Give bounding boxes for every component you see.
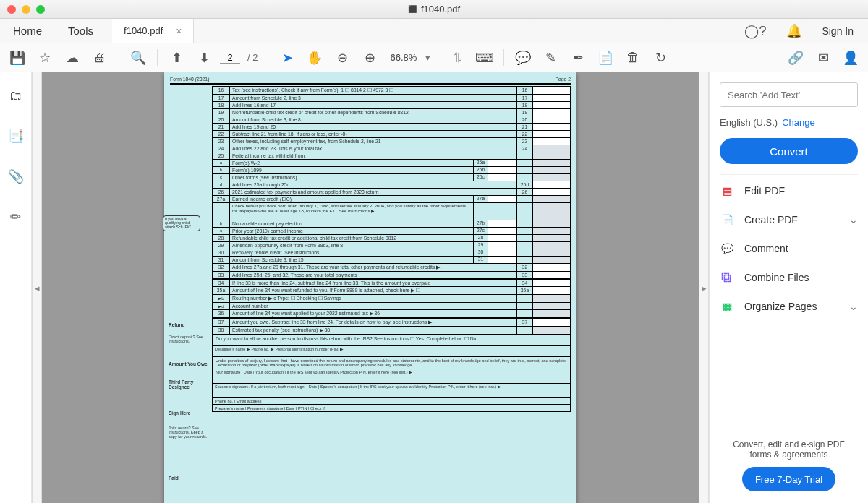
attachments-icon[interactable]: 📎: [4, 165, 27, 188]
pointer-icon[interactable]: ➤: [276, 46, 299, 69]
search-input[interactable]: [720, 82, 858, 107]
third-party-row: Designee's name ▶ Phone no. ▶ Personal i…: [213, 346, 570, 356]
minimize-window-icon[interactable]: [22, 5, 30, 14]
document-canvas[interactable]: Form 1040 (2021) Page 2 If you have a qu…: [42, 72, 699, 503]
comment-item[interactable]: 💬Comment: [720, 241, 858, 256]
collapse-left-icon[interactable]: ◂: [32, 72, 42, 503]
line-25a: Form(s) W-2: [230, 160, 473, 166]
signin-link[interactable]: Sign In: [822, 25, 854, 37]
line-27a-note: Check here if you were born after Januar…: [230, 203, 473, 220]
organize-pages-label: Organize Pages: [744, 301, 817, 312]
email-icon[interactable]: ✉: [812, 46, 835, 69]
line-35a: Amount of line 34 you want refunded to y…: [230, 287, 516, 294]
edit-pdf-item[interactable]: ▤Edit PDF: [720, 184, 858, 198]
link-icon[interactable]: 🔗: [784, 46, 807, 69]
window-title: f1040.pdf: [421, 4, 460, 14]
close-window-icon[interactable]: [7, 5, 16, 14]
comment-icon[interactable]: 💬: [511, 46, 535, 69]
line-19: Nonrefundable child tax credit or credit…: [230, 109, 516, 116]
line-34: If line 33 is more than line 24, subtrac…: [230, 280, 516, 286]
edit-pdf-icon: ▤: [720, 184, 734, 198]
help-icon[interactable]: ◯?: [744, 20, 767, 43]
stamp-icon[interactable]: 📄: [594, 46, 617, 69]
sign-row-3: Phone no. | Email address: [213, 398, 570, 404]
refund-note: Direct deposit? See instructions.: [169, 335, 208, 344]
app-menubar: Home Tools f1040.pdf × ◯? 🔔 Sign In: [0, 19, 868, 43]
delete-icon[interactable]: 🗑: [621, 46, 644, 69]
hand-icon[interactable]: ✋: [303, 46, 326, 69]
line-28: Refundable child tax credit or additiona…: [230, 235, 473, 241]
create-pdf-item[interactable]: 📄Create PDF⌄: [720, 212, 858, 227]
line-24: Add lines 22 and 23. This is your total …: [230, 145, 516, 152]
profile-icon[interactable]: 👤: [839, 46, 862, 69]
document-tab[interactable]: f1040.pdf ×: [112, 19, 194, 43]
fit-page-icon[interactable]: ⌨: [473, 46, 496, 69]
form-header-right: Page 2: [555, 77, 571, 82]
paid-label: Paid: [169, 476, 208, 481]
cloud-upload-icon[interactable]: ☁: [61, 46, 84, 69]
chevron-down-icon: ⌄: [849, 301, 858, 312]
form-header-left: Form 1040 (2021): [170, 77, 209, 82]
maximize-window-icon[interactable]: [36, 5, 45, 14]
signatures-icon[interactable]: ✏: [4, 205, 27, 228]
page-up-icon[interactable]: ⬆: [165, 46, 188, 69]
search-icon[interactable]: 🔍: [127, 46, 150, 69]
line-23: Other taxes, including self-employment t…: [230, 138, 516, 145]
footer-text: Convert, edit and e-sign PDF forms & agr…: [723, 439, 855, 460]
combine-files-icon: ⿻: [720, 270, 734, 285]
star-icon[interactable]: ☆: [33, 46, 56, 69]
line-25: Federal income tax withheld from:: [230, 152, 516, 159]
sign-label: Sign Here: [169, 410, 208, 416]
window-titlebar: ⬛f1040.pdf: [0, 0, 868, 19]
line-17: Amount from Schedule 2, line 3: [230, 95, 516, 101]
home-menu[interactable]: Home: [0, 25, 55, 37]
line-27b: Nontaxable combat pay election: [230, 220, 473, 227]
save-icon[interactable]: 💾: [6, 46, 29, 69]
thumbnails-icon[interactable]: 🗂: [4, 84, 27, 107]
zoom-in-icon[interactable]: ⊕: [358, 46, 381, 69]
pdf-icon: ⬛: [408, 5, 417, 13]
organize-pages-item[interactable]: ▦Organize Pages⌄: [720, 299, 858, 314]
zoom-out-icon[interactable]: ⊖: [331, 46, 354, 69]
line-27a: Earned income credit (EIC): [230, 196, 473, 202]
collapse-right-icon[interactable]: ▸: [699, 72, 709, 503]
sign-row-1: Your signature | Date | Your occupation …: [213, 369, 570, 383]
fit-width-icon[interactable]: ⥮: [446, 46, 469, 69]
line-25b: Form(s) 1099: [230, 167, 473, 173]
left-rail: 🗂 📑 📎 ✏: [0, 72, 32, 503]
line-31: Amount from Schedule 3, line 15: [230, 257, 473, 263]
free-trial-button[interactable]: Free 7-Day Trial: [742, 467, 835, 491]
change-language-link[interactable]: Change: [782, 117, 815, 128]
line-22: Subtract line 21 from line 18. If zero o…: [230, 131, 516, 137]
print-icon[interactable]: 🖨: [88, 46, 111, 69]
line-30: Recovery rebate credit. See instructions: [230, 249, 473, 256]
refund-label: Refund: [169, 322, 208, 327]
tab-title: f1040.pdf: [124, 25, 163, 36]
zoom-level[interactable]: 66.8%: [390, 52, 417, 63]
line-35b: Routing number ▶ c Type: ☐ Checking ☐ Sa…: [230, 295, 516, 302]
chevron-down-icon: ⌄: [849, 214, 858, 225]
page-number-input[interactable]: [220, 52, 240, 64]
convert-button[interactable]: Convert: [720, 138, 858, 164]
pages-icon[interactable]: 📑: [4, 124, 27, 147]
close-tab-icon[interactable]: ×: [176, 25, 182, 37]
tools-menu[interactable]: Tools: [55, 25, 106, 37]
line-16: Tax (see instructions). Check if any fro…: [230, 87, 516, 94]
line-20: Amount from Schedule 3, line 8: [230, 116, 516, 123]
organize-pages-icon: ▦: [720, 299, 734, 314]
combine-files-item[interactable]: ⿻Combine Files: [720, 270, 858, 285]
page-down-icon[interactable]: ⬇: [192, 46, 216, 69]
line-38: Estimated tax penalty (see instructions)…: [230, 327, 516, 334]
sign-icon[interactable]: ✒: [566, 46, 590, 69]
sign-row-2: Spouse's signature. If a joint return, b…: [213, 384, 570, 397]
line-32: Add lines 27a and 28 through 31. These a…: [230, 264, 516, 271]
rotate-icon[interactable]: ↻: [649, 46, 672, 69]
line-35d: Account number: [230, 303, 516, 309]
create-pdf-label: Create PDF: [744, 214, 798, 225]
highlight-icon[interactable]: ✎: [539, 46, 562, 69]
language-label: English (U.S.): [720, 117, 778, 128]
comment-tool-icon: 💬: [720, 241, 734, 256]
notifications-icon[interactable]: 🔔: [783, 20, 806, 43]
combine-files-label: Combine Files: [744, 272, 809, 283]
third-label: Third Party Designee: [169, 379, 208, 390]
